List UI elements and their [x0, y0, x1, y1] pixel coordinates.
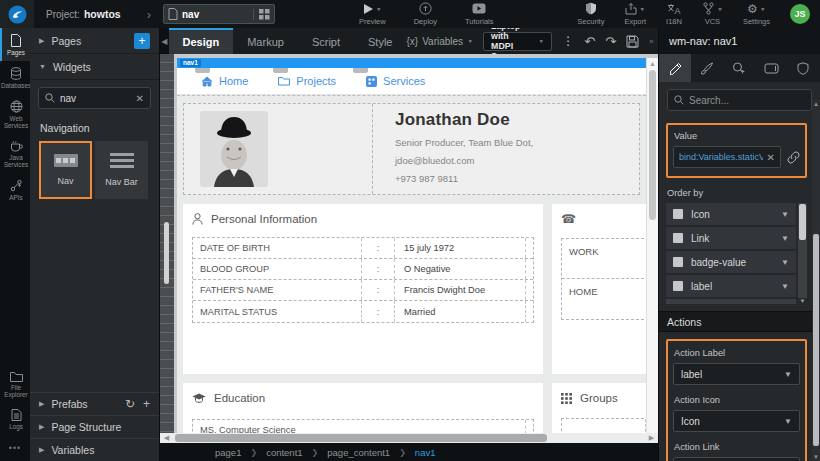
- checkbox[interactable]: [673, 257, 683, 267]
- page-selector[interactable]: [163, 4, 275, 24]
- variables-section-header[interactable]: ▶ Variables: [30, 438, 159, 461]
- rail-item-databases[interactable]: Databases: [0, 61, 30, 94]
- table-row[interactable]: BLOOD GROUP : O Negative: [193, 259, 533, 280]
- order-by-option-badge-value[interactable]: badge-value ▼: [666, 251, 796, 273]
- more-options-icon[interactable]: ⋮: [562, 34, 574, 48]
- app-logo[interactable]: [0, 0, 34, 28]
- scrollbar-thumb[interactable]: [813, 234, 819, 446]
- order-by-option-partial[interactable]: [666, 299, 796, 304]
- list-item[interactable]: HOME: [562, 279, 646, 319]
- tab-design[interactable]: Design: [169, 28, 234, 54]
- scroll-down-icon[interactable]: ▼: [812, 454, 820, 460]
- add-page-button[interactable]: +: [134, 33, 150, 49]
- variables-menu[interactable]: {x} Variables ▼: [406, 36, 473, 47]
- tab-markup[interactable]: Markup: [233, 28, 298, 54]
- action-icon-select[interactable]: Icon ▼: [673, 410, 800, 432]
- scroll-up-icon[interactable]: ▲: [647, 58, 658, 69]
- scrollbar-thumb[interactable]: [175, 434, 547, 442]
- canvas-horizontal-scrollbar[interactable]: ◀ ▶: [160, 433, 658, 443]
- checkbox[interactable]: [673, 233, 683, 243]
- property-search-input[interactable]: [689, 95, 805, 106]
- list-item[interactable]: WORK: [562, 239, 646, 279]
- order-by-option-link[interactable]: Link ▼: [666, 227, 796, 249]
- breadcrumb-page1[interactable]: page1: [215, 447, 241, 458]
- refresh-icon[interactable]: ↻: [125, 397, 135, 411]
- undo-icon[interactable]: ↶: [584, 35, 595, 48]
- breadcrumb-page-content1[interactable]: page_content1: [327, 447, 390, 458]
- checkbox[interactable]: [673, 209, 683, 219]
- rail-item-java-services[interactable]: Java Services: [0, 134, 30, 173]
- rail-item-file-explorer[interactable]: File Explorer: [0, 365, 30, 403]
- clear-binding-icon[interactable]: ✕: [767, 152, 775, 163]
- tab-properties[interactable]: [659, 54, 691, 82]
- action-link-select[interactable]: Link ▼: [673, 457, 800, 461]
- scroll-left-icon[interactable]: ◀: [160, 434, 173, 442]
- nav-item-handle[interactable]: [273, 68, 288, 73]
- redo-icon[interactable]: ↷: [605, 35, 616, 48]
- i18n-button[interactable]: A I18N: [666, 2, 682, 26]
- tab-security[interactable]: [787, 54, 819, 82]
- save-icon[interactable]: [626, 35, 639, 48]
- tab-device[interactable]: [755, 54, 787, 82]
- table-row[interactable]: DATE OF BIRTH : 15 july 1972: [193, 238, 533, 259]
- nav-item-home[interactable]: Home: [201, 75, 248, 87]
- table-row[interactable]: FATHER'S NAME : Francis Dwight Doe: [193, 280, 533, 301]
- rail-more-icon[interactable]: •••: [0, 435, 30, 461]
- settings-button[interactable]: ⚙▼ Settings: [743, 2, 770, 26]
- deploy-button[interactable]: Deploy: [414, 2, 437, 26]
- widget-selection-bar[interactable]: nav1: [177, 58, 646, 68]
- tab-events[interactable]: [723, 54, 755, 82]
- widget-search-input[interactable]: [60, 93, 131, 104]
- prefabs-section-header[interactable]: ▶ Prefabs ↻+: [30, 392, 159, 415]
- tab-styles[interactable]: [691, 54, 723, 82]
- personal-info-card[interactable]: Personal Information DATE OF BIRTH : 15 …: [183, 204, 543, 374]
- scrollbar-thumb[interactable]: [649, 70, 656, 220]
- widgets-section-header[interactable]: ▼ Widgets: [30, 54, 159, 80]
- user-avatar[interactable]: JS: [790, 4, 810, 24]
- table-row[interactable]: MARITAL STATUS : Married: [193, 301, 533, 322]
- profile-photo[interactable]: [200, 111, 372, 187]
- clear-search-icon[interactable]: ✕: [136, 93, 144, 104]
- order-by-option-icon[interactable]: Icon ▼: [666, 203, 796, 225]
- collapse-left-panel-icon[interactable]: ◀: [160, 28, 169, 54]
- breadcrumb-nav1[interactable]: nav1: [415, 447, 436, 458]
- groups-card[interactable]: Groups Depa ▼: [552, 383, 646, 433]
- scroll-right-icon[interactable]: ▶: [645, 434, 658, 442]
- page-grid-icon[interactable]: [253, 9, 270, 20]
- rail-item-apis[interactable]: APIs: [0, 173, 30, 206]
- inspector-scrollbar[interactable]: ▲ ▼: [812, 100, 820, 461]
- vcs-button[interactable]: ▼ VCS: [702, 2, 723, 26]
- bind-icon[interactable]: [787, 151, 800, 164]
- collapse-right-panel-icon[interactable]: »: [649, 28, 654, 54]
- device-selector[interactable]: Laptop with MDPI Screen ▼: [483, 32, 552, 51]
- breadcrumb-content1[interactable]: content1: [266, 447, 302, 458]
- groups-row[interactable]: Depa ▼: [561, 418, 646, 433]
- security-button[interactable]: Security: [577, 2, 604, 26]
- action-label-select[interactable]: label ▼: [673, 363, 800, 385]
- pages-section-header[interactable]: ▶ Pages +: [30, 28, 159, 54]
- value-binding-input[interactable]: bind:Variables.staticVariable1.dataSet ✕: [673, 146, 781, 168]
- checkbox[interactable]: [673, 281, 683, 291]
- page-name-input[interactable]: [182, 9, 249, 20]
- export-button[interactable]: ▼ Export: [624, 2, 646, 26]
- scroll-down-icon[interactable]: ▼: [798, 298, 807, 304]
- canvas-vertical-scrollbar[interactable]: ▲: [646, 58, 658, 433]
- profile-panel[interactable]: Jonathan Doe Senior Producer, Team Blue …: [183, 103, 640, 195]
- contact-card[interactable]: ☎ WORK HOME: [552, 204, 646, 374]
- page-structure-section-header[interactable]: ▶ Page Structure: [30, 415, 159, 438]
- tab-script[interactable]: Script: [298, 28, 354, 54]
- order-by-scrollbar[interactable]: [798, 203, 807, 298]
- widget-tile-navbar[interactable]: Nav Bar: [95, 141, 148, 199]
- tab-style[interactable]: Style: [354, 28, 406, 54]
- scrollbar-thumb[interactable]: [799, 204, 806, 240]
- tutorials-button[interactable]: Tutorials: [465, 2, 493, 26]
- education-card[interactable]: Education MS, Computer Science: [183, 383, 543, 433]
- nav-item-handle[interactable]: [195, 68, 210, 73]
- preview-button[interactable]: ▼ Preview: [359, 2, 386, 26]
- nav-item-services[interactable]: Services: [366, 75, 425, 87]
- scroll-up-icon[interactable]: ▲: [812, 101, 820, 107]
- rail-item-logs[interactable]: Logs: [0, 403, 30, 435]
- nav-item-handle[interactable]: [353, 68, 368, 73]
- rail-item-web-services[interactable]: Web Services: [0, 94, 30, 134]
- add-prefab-icon[interactable]: +: [143, 397, 150, 411]
